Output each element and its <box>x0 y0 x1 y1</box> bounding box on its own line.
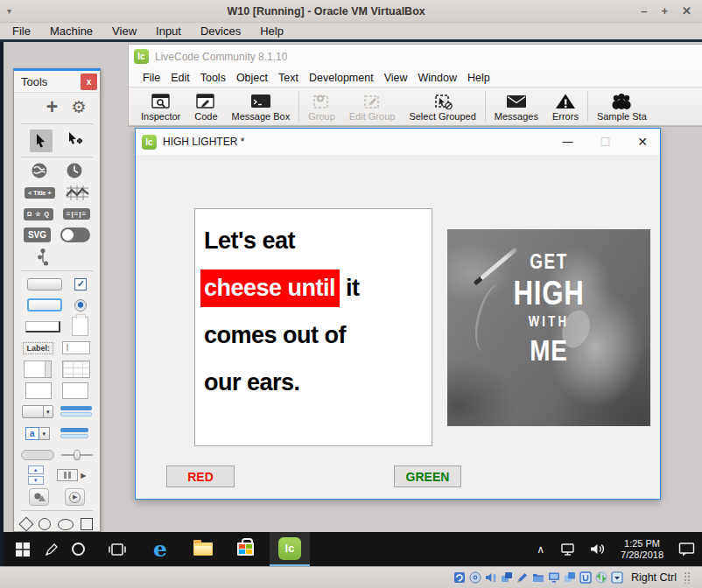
network-activity-status-icon[interactable] <box>595 571 607 584</box>
stack-minimize-button[interactable]: — <box>563 136 573 148</box>
combo-box-tool[interactable]: a▾ <box>25 427 50 440</box>
card-tool[interactable] <box>72 317 88 336</box>
label-field-tool[interactable]: Label: <box>23 342 53 354</box>
rectangle-tool[interactable] <box>81 518 93 530</box>
lc-menu-file[interactable]: File <box>137 72 165 84</box>
menu-arrow-status-icon[interactable] <box>611 571 623 584</box>
scrollbar-widget-tool[interactable] <box>60 406 92 418</box>
slider-tool[interactable] <box>61 449 93 461</box>
default-button-tool[interactable] <box>27 298 62 312</box>
checkbox-tool[interactable]: ✓ <box>74 278 87 290</box>
line-graph-widget-tool[interactable] <box>66 185 89 201</box>
vbox-menu-view[interactable]: View <box>102 24 146 38</box>
lc-menu-help[interactable]: Help <box>462 72 495 84</box>
stepper-tool[interactable]: ▲ ▼ <box>28 466 44 485</box>
text-entry-tool[interactable]: I <box>62 341 90 354</box>
oval-tool[interactable] <box>58 519 74 530</box>
player-tool[interactable]: ▶ <box>65 488 85 506</box>
network-adapter-status-icon[interactable] <box>501 571 513 584</box>
stack-close-button[interactable]: ✕ <box>637 135 648 149</box>
svg-icon-widget-tool[interactable]: SVG <box>24 228 51 242</box>
sample-stacks-button[interactable]: Sample Sta <box>590 88 654 125</box>
lc-menu-edit[interactable]: Edit <box>165 72 195 84</box>
edge-browser-button[interactable]: e <box>142 532 179 566</box>
new-object-plus-icon[interactable]: + <box>46 97 58 117</box>
inspector-button[interactable]: Inspector <box>134 88 187 125</box>
message-box-button[interactable]: Message Box <box>225 88 298 125</box>
file-explorer-button[interactable] <box>184 532 222 566</box>
lc-menu-text[interactable]: Text <box>273 72 304 84</box>
code-button[interactable]: Code <box>187 88 224 125</box>
usb-status-icon[interactable] <box>579 571 592 584</box>
navigation-bar-widget-tool[interactable]: Ω ☆ Q <box>24 208 53 220</box>
group-button[interactable]: Group <box>301 88 342 125</box>
scrolling-field-tool[interactable] <box>24 360 52 378</box>
clock-widget-tool[interactable] <box>66 162 83 179</box>
stack-titlebar[interactable]: lc HIGH LIGHTER * — ☐ ✕ <box>136 129 660 155</box>
green-button[interactable]: GREEN <box>394 466 461 487</box>
display-status-icon[interactable] <box>548 571 560 584</box>
windows-ink-button[interactable] <box>40 532 63 566</box>
browser-widget-tool[interactable] <box>31 162 48 179</box>
segmented-control-widget-tool[interactable]: ≡|≡|≡ <box>63 208 90 220</box>
regular-polygon-tool[interactable] <box>19 517 34 532</box>
messages-button[interactable]: Messages <box>488 88 545 125</box>
start-button[interactable] <box>5 532 40 566</box>
network-tray-button[interactable] <box>552 542 583 556</box>
pointer-tool-selected[interactable] <box>30 130 53 152</box>
palette-settings-gear-icon[interactable]: ⚙ <box>72 99 87 116</box>
action-center-button[interactable] <box>671 542 702 556</box>
list-field-tool[interactable] <box>25 382 52 399</box>
table-field-tool[interactable] <box>62 360 90 378</box>
optical-disc-status-icon[interactable] <box>469 571 481 584</box>
highlighter-text-field[interactable]: Let's eat cheese until it comes out of o… <box>194 208 432 446</box>
errors-button[interactable]: Errors <box>545 88 586 125</box>
volume-tray-button[interactable] <box>583 542 613 556</box>
progress-bar-tool[interactable] <box>21 450 54 460</box>
tray-chevron-up-icon[interactable]: ∧ <box>529 543 552 556</box>
tree-view-widget-tool[interactable] <box>37 248 51 267</box>
task-view-button[interactable] <box>100 532 135 566</box>
radio-button-tool[interactable] <box>74 299 87 312</box>
header-bar-widget-tool[interactable]: < Title + <box>25 187 54 199</box>
circle-tool[interactable] <box>39 518 51 530</box>
lc-menu-tools[interactable]: Tools <box>195 72 231 84</box>
resize-grip[interactable] <box>684 571 691 584</box>
tab-panel-tool[interactable]: ▶ <box>57 469 86 481</box>
vbox-menu-file[interactable]: File <box>0 24 40 38</box>
cortana-button[interactable] <box>63 532 93 566</box>
lc-menu-development[interactable]: Development <box>304 72 379 84</box>
select-grouped-button[interactable]: Select Grouped <box>402 88 482 125</box>
image-tool[interactable] <box>29 488 49 506</box>
edit-group-button[interactable]: Edit Group <box>342 88 403 125</box>
scroller-tool[interactable] <box>60 428 88 440</box>
drag-drop-status-icon[interactable] <box>516 571 529 584</box>
vbox-close-button[interactable]: ✕ <box>682 4 691 18</box>
vbox-menu-help[interactable]: Help <box>250 24 293 38</box>
red-button[interactable]: RED <box>166 466 235 487</box>
taskbar-clock[interactable]: 1:25 PM 7/28/2018 <box>613 538 671 561</box>
lc-menu-object[interactable]: Object <box>231 72 273 84</box>
button-tool[interactable] <box>27 278 62 290</box>
livecode-taskbar-button-active[interactable]: lc <box>270 532 310 566</box>
hard-disk-status-icon[interactable] <box>453 571 466 584</box>
lc-menu-window[interactable]: Window <box>413 72 462 84</box>
vbox-menu-input[interactable]: Input <box>146 24 191 38</box>
vbox-menu-machine[interactable]: Machine <box>40 24 102 38</box>
rectangle-button-tool[interactable] <box>25 321 60 332</box>
data-grid-tool[interactable] <box>62 382 88 399</box>
lc-menu-view[interactable]: View <box>379 72 413 84</box>
audio-status-icon[interactable] <box>485 571 497 584</box>
tools-palette-close-button[interactable]: x <box>81 74 97 90</box>
store-button[interactable] <box>226 532 264 566</box>
virtual-screens-status-icon[interactable] <box>564 571 576 584</box>
vbox-menu-devices[interactable]: Devices <box>191 24 250 38</box>
tools-palette-titlebar[interactable]: Tools x <box>14 71 100 93</box>
switch-widget-tool[interactable] <box>60 228 90 242</box>
vbox-maximize-button[interactable]: + <box>662 4 669 18</box>
edit-pointer-tool[interactable] <box>67 131 84 150</box>
vbox-minimize-button[interactable]: – <box>641 4 647 18</box>
shared-folders-status-icon[interactable] <box>532 571 544 584</box>
option-menu-tool[interactable]: ▾ <box>22 405 53 418</box>
stack-maximize-button[interactable]: ☐ <box>600 136 611 149</box>
